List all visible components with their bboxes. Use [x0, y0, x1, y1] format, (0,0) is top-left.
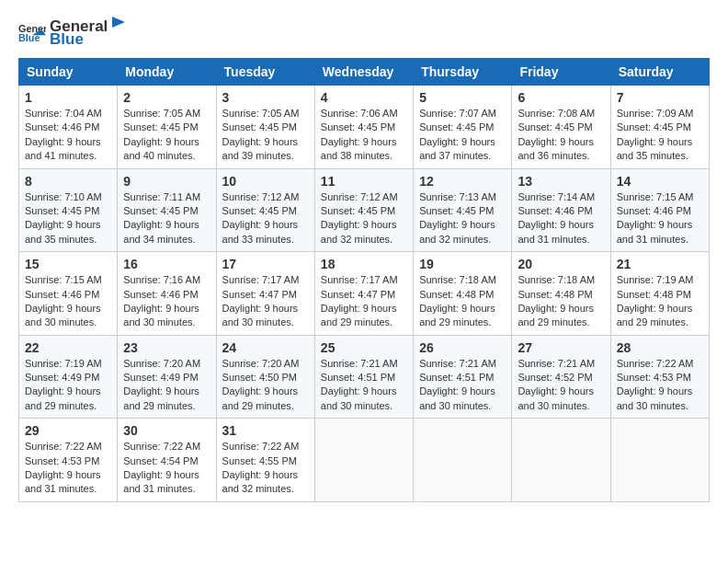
calendar-week-row: 8Sunrise: 7:10 AM Sunset: 4:45 PM Daylig…	[19, 168, 710, 252]
cell-info: Sunrise: 7:17 AM Sunset: 4:47 PM Dayligh…	[222, 273, 309, 330]
day-number: 22	[25, 340, 111, 355]
calendar-cell: 14Sunrise: 7:15 AM Sunset: 4:46 PM Dayli…	[610, 168, 709, 252]
day-number: 17	[222, 257, 309, 271]
header-saturday: Saturday	[610, 59, 709, 86]
cell-info: Sunrise: 7:08 AM Sunset: 4:45 PM Dayligh…	[518, 107, 604, 164]
day-number: 1	[25, 90, 111, 105]
calendar-cell: 5Sunrise: 7:07 AM Sunset: 4:45 PM Daylig…	[414, 86, 512, 169]
calendar-cell	[314, 419, 413, 502]
cell-info: Sunrise: 7:15 AM Sunset: 4:46 PM Dayligh…	[25, 273, 111, 330]
calendar-cell: 29Sunrise: 7:22 AM Sunset: 4:53 PM Dayli…	[19, 419, 118, 502]
calendar-cell: 12Sunrise: 7:13 AM Sunset: 4:45 PM Dayli…	[414, 168, 512, 252]
cell-info: Sunrise: 7:21 AM Sunset: 4:51 PM Dayligh…	[321, 357, 407, 414]
day-number: 2	[123, 90, 210, 105]
calendar-cell: 30Sunrise: 7:22 AM Sunset: 4:54 PM Dayli…	[118, 419, 216, 502]
header-wednesday: Wednesday	[314, 59, 413, 86]
cell-info: Sunrise: 7:04 AM Sunset: 4:46 PM Dayligh…	[25, 107, 111, 164]
cell-info: Sunrise: 7:06 AM Sunset: 4:45 PM Dayligh…	[321, 107, 407, 164]
day-number: 3	[222, 90, 309, 105]
calendar-week-row: 22Sunrise: 7:19 AM Sunset: 4:49 PM Dayli…	[19, 335, 710, 419]
header: General Blue General Blue	[18, 15, 710, 49]
day-number: 9	[123, 174, 210, 189]
day-number: 16	[123, 257, 210, 271]
calendar-cell: 17Sunrise: 7:17 AM Sunset: 4:47 PM Dayli…	[216, 252, 314, 336]
cell-info: Sunrise: 7:13 AM Sunset: 4:45 PM Dayligh…	[419, 190, 506, 247]
calendar-cell	[414, 419, 512, 502]
calendar-cell: 4Sunrise: 7:06 AM Sunset: 4:45 PM Daylig…	[314, 86, 413, 169]
day-number: 5	[419, 90, 506, 105]
calendar-cell: 10Sunrise: 7:12 AM Sunset: 4:45 PM Dayli…	[216, 168, 314, 252]
cell-info: Sunrise: 7:19 AM Sunset: 4:49 PM Dayligh…	[25, 357, 111, 414]
day-number: 25	[321, 340, 407, 355]
header-tuesday: Tuesday	[216, 59, 314, 86]
cell-info: Sunrise: 7:11 AM Sunset: 4:45 PM Dayligh…	[123, 190, 210, 247]
day-number: 26	[419, 340, 506, 355]
cell-info: Sunrise: 7:14 AM Sunset: 4:46 PM Dayligh…	[518, 190, 604, 247]
day-number: 24	[222, 340, 309, 355]
cell-info: Sunrise: 7:09 AM Sunset: 4:45 PM Dayligh…	[617, 107, 703, 164]
day-number: 19	[419, 257, 506, 271]
header-sunday: Sunday	[19, 59, 118, 86]
calendar-cell: 27Sunrise: 7:21 AM Sunset: 4:52 PM Dayli…	[512, 335, 610, 419]
calendar-cell: 28Sunrise: 7:22 AM Sunset: 4:53 PM Dayli…	[610, 335, 709, 419]
cell-info: Sunrise: 7:22 AM Sunset: 4:55 PM Dayligh…	[222, 440, 309, 497]
cell-info: Sunrise: 7:22 AM Sunset: 4:53 PM Dayligh…	[617, 357, 703, 414]
calendar-cell: 20Sunrise: 7:18 AM Sunset: 4:48 PM Dayli…	[512, 252, 610, 336]
day-number: 4	[321, 90, 407, 105]
day-number: 30	[123, 423, 210, 438]
day-number: 12	[419, 174, 506, 189]
calendar-cell: 8Sunrise: 7:10 AM Sunset: 4:45 PM Daylig…	[19, 168, 118, 252]
logo: General Blue General Blue	[18, 15, 130, 49]
day-number: 20	[518, 257, 604, 271]
cell-info: Sunrise: 7:20 AM Sunset: 4:49 PM Dayligh…	[123, 357, 210, 414]
day-number: 31	[222, 423, 309, 438]
cell-info: Sunrise: 7:16 AM Sunset: 4:46 PM Dayligh…	[123, 273, 210, 330]
header-monday: Monday	[118, 59, 216, 86]
calendar-cell: 18Sunrise: 7:17 AM Sunset: 4:47 PM Dayli…	[314, 252, 413, 336]
calendar-cell: 31Sunrise: 7:22 AM Sunset: 4:55 PM Dayli…	[216, 419, 314, 502]
calendar-header-row: SundayMondayTuesdayWednesdayThursdayFrid…	[19, 59, 710, 86]
calendar-cell: 16Sunrise: 7:16 AM Sunset: 4:46 PM Dayli…	[118, 252, 216, 336]
svg-marker-3	[112, 17, 125, 28]
calendar-cell: 23Sunrise: 7:20 AM Sunset: 4:49 PM Dayli…	[118, 335, 216, 419]
cell-info: Sunrise: 7:12 AM Sunset: 4:45 PM Dayligh…	[321, 190, 407, 247]
calendar-cell: 24Sunrise: 7:20 AM Sunset: 4:50 PM Dayli…	[216, 335, 314, 419]
cell-info: Sunrise: 7:10 AM Sunset: 4:45 PM Dayligh…	[25, 190, 111, 247]
cell-info: Sunrise: 7:05 AM Sunset: 4:45 PM Dayligh…	[222, 107, 309, 164]
cell-info: Sunrise: 7:12 AM Sunset: 4:45 PM Dayligh…	[222, 190, 309, 247]
calendar-week-row: 15Sunrise: 7:15 AM Sunset: 4:46 PM Dayli…	[19, 252, 710, 336]
calendar-cell: 1Sunrise: 7:04 AM Sunset: 4:46 PM Daylig…	[19, 86, 118, 169]
cell-info: Sunrise: 7:05 AM Sunset: 4:45 PM Dayligh…	[123, 107, 210, 164]
calendar-week-row: 29Sunrise: 7:22 AM Sunset: 4:53 PM Dayli…	[19, 419, 710, 502]
cell-info: Sunrise: 7:18 AM Sunset: 4:48 PM Dayligh…	[419, 273, 506, 330]
day-number: 15	[25, 257, 111, 271]
day-number: 10	[222, 174, 309, 189]
logo-icon: General Blue	[18, 21, 46, 43]
header-friday: Friday	[512, 59, 610, 86]
cell-info: Sunrise: 7:22 AM Sunset: 4:53 PM Dayligh…	[25, 440, 111, 497]
cell-info: Sunrise: 7:19 AM Sunset: 4:48 PM Dayligh…	[617, 273, 703, 330]
day-number: 14	[617, 174, 703, 189]
calendar-cell: 21Sunrise: 7:19 AM Sunset: 4:48 PM Dayli…	[610, 252, 709, 336]
cell-info: Sunrise: 7:15 AM Sunset: 4:46 PM Dayligh…	[617, 190, 703, 247]
calendar-cell: 11Sunrise: 7:12 AM Sunset: 4:45 PM Dayli…	[314, 168, 413, 252]
logo-flag-icon	[108, 15, 129, 31]
day-number: 7	[617, 90, 703, 105]
day-number: 29	[25, 423, 111, 438]
day-number: 11	[321, 174, 407, 189]
cell-info: Sunrise: 7:22 AM Sunset: 4:54 PM Dayligh…	[123, 440, 210, 497]
calendar-cell: 22Sunrise: 7:19 AM Sunset: 4:49 PM Dayli…	[19, 335, 118, 419]
cell-info: Sunrise: 7:17 AM Sunset: 4:47 PM Dayligh…	[321, 273, 407, 330]
cell-info: Sunrise: 7:21 AM Sunset: 4:51 PM Dayligh…	[419, 357, 506, 414]
day-number: 18	[321, 257, 407, 271]
cell-info: Sunrise: 7:20 AM Sunset: 4:50 PM Dayligh…	[222, 357, 309, 414]
cell-info: Sunrise: 7:18 AM Sunset: 4:48 PM Dayligh…	[518, 273, 604, 330]
calendar-cell: 7Sunrise: 7:09 AM Sunset: 4:45 PM Daylig…	[610, 86, 709, 169]
calendar-week-row: 1Sunrise: 7:04 AM Sunset: 4:46 PM Daylig…	[19, 86, 710, 169]
calendar-cell: 19Sunrise: 7:18 AM Sunset: 4:48 PM Dayli…	[414, 252, 512, 336]
cell-info: Sunrise: 7:07 AM Sunset: 4:45 PM Dayligh…	[419, 107, 506, 164]
header-thursday: Thursday	[414, 59, 512, 86]
svg-text:Blue: Blue	[18, 32, 40, 43]
day-number: 13	[518, 174, 604, 189]
calendar-cell: 26Sunrise: 7:21 AM Sunset: 4:51 PM Dayli…	[414, 335, 512, 419]
